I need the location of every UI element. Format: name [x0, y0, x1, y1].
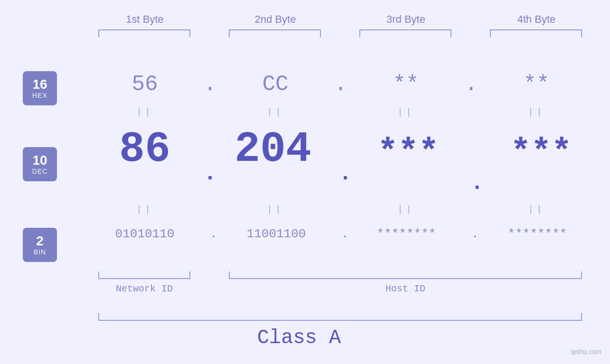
hex-badge-number: 16 — [32, 77, 47, 92]
bracket-host-id — [229, 271, 582, 279]
bin-badge: 2 BIN — [23, 228, 57, 262]
hex-byte2: CC — [228, 72, 323, 97]
hex-badge: 16 HEX — [23, 71, 57, 105]
bin-byte2: 11001100 — [219, 227, 333, 241]
hex-dot3: . — [458, 72, 484, 97]
dec-badge: 10 DEC — [23, 147, 57, 181]
watermark: ipshu.com — [571, 348, 601, 355]
hex-byte3: ** — [358, 72, 453, 97]
equals2-b4: || — [489, 204, 584, 215]
hex-badge-label: HEX — [32, 92, 47, 99]
bracket-byte4-top — [490, 29, 582, 37]
equals1-b1: || — [97, 107, 192, 118]
equals1-b2: || — [228, 107, 323, 118]
bracket-network-id — [98, 271, 190, 279]
network-id-label: Network ID — [98, 283, 190, 294]
hex-dot1: . — [197, 72, 223, 97]
dec-byte1: 86 — [97, 128, 192, 171]
bin-byte3: ******** — [349, 227, 463, 241]
host-id-label: Host ID — [229, 283, 582, 294]
dec-badge-number: 10 — [32, 153, 47, 168]
bracket-class-a — [98, 313, 582, 321]
equals1-b4: || — [489, 107, 584, 118]
dec-dot3: . — [468, 171, 487, 196]
byte3-label: 3rd Byte — [358, 13, 453, 26]
dec-byte3: *** — [351, 135, 465, 169]
byte1-label: 1st Byte — [97, 13, 192, 26]
byte2-label: 2nd Byte — [228, 13, 323, 26]
bin-byte1: 01010110 — [88, 227, 202, 241]
bin-badge-number: 2 — [36, 234, 44, 249]
main-layout: 1st Byte 2nd Byte 3rd Byte 4th Byte 16 H… — [0, 0, 610, 364]
equals2-b2: || — [228, 204, 323, 215]
bin-byte4: ******** — [480, 227, 594, 241]
dec-byte4: *** — [484, 135, 598, 169]
bracket-byte3-top — [359, 29, 451, 37]
hex-byte4: ** — [489, 72, 584, 97]
equals1-b3: || — [358, 107, 453, 118]
class-label: Class A — [0, 327, 598, 349]
dec-badge-label: DEC — [32, 168, 48, 175]
bracket-byte2-top — [229, 29, 321, 37]
dec-byte2: 204 — [218, 128, 328, 171]
equals2-b1: || — [97, 204, 192, 215]
byte4-label: 4th Byte — [489, 13, 584, 26]
equals2-b3: || — [358, 204, 453, 215]
hex-dot2: . — [328, 72, 354, 97]
bin-badge-label: BIN — [34, 248, 46, 256]
hex-byte1: 56 — [97, 72, 192, 97]
bracket-byte1-top — [98, 29, 190, 37]
